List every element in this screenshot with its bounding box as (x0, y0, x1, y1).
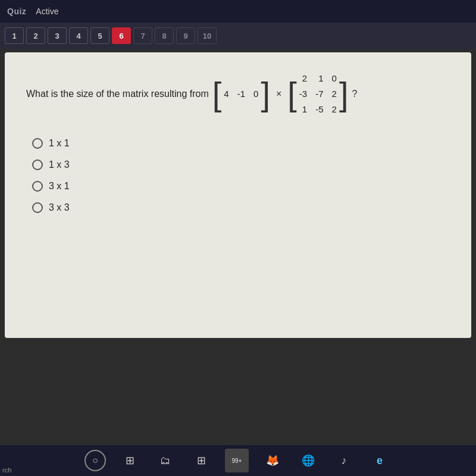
radio-3x1[interactable] (32, 181, 43, 192)
bracket-b-left: [ (287, 77, 297, 111)
matrix-a: 4 -1 0 (224, 87, 258, 101)
tab-6[interactable]: 6 (112, 27, 131, 44)
edge-icon: e (377, 455, 383, 467)
firefox-icon: 🦊 (266, 454, 279, 467)
tabs-bar: 1 2 3 4 5 6 7 8 9 10 (0, 23, 476, 49)
option-3x3[interactable]: 3 x 3 (32, 202, 450, 213)
matrix-a-container: [ 4 -1 0 ] (212, 77, 270, 111)
mb-0-1: 1 (318, 71, 323, 86)
tab-1[interactable]: 1 (5, 27, 24, 44)
mb-1-1: -7 (315, 87, 323, 101)
active-badge: Active (36, 7, 58, 16)
bracket-b-right: ] (339, 77, 349, 111)
option-1x1[interactable]: 1 x 1 (32, 138, 450, 149)
search-icon: ○ (92, 455, 98, 466)
matrix-b: 2 1 0 -3 -7 2 1 -5 2 (299, 71, 337, 117)
grid-button[interactable]: ⊞ (189, 449, 213, 472)
matrix-b-container: [ 2 1 0 -3 -7 2 1 -5 2 ] (287, 71, 348, 117)
folder-icon: 🗂 (160, 455, 171, 467)
tab-5[interactable]: 5 (90, 27, 109, 44)
folder-button[interactable]: 🗂 (154, 449, 177, 472)
taskbar: ○ ⊞ 🗂 ⊞ 99+ 🦊 🌐 ♪ e rch (0, 445, 476, 476)
option-label-3x3: 3 x 3 (49, 202, 70, 213)
mb-2-0: 1 (302, 102, 307, 117)
option-1x3[interactable]: 1 x 3 (32, 159, 450, 170)
tab-9[interactable]: 9 (176, 27, 195, 44)
snap-button[interactable]: ⊞ (118, 449, 142, 472)
bracket-a-right: ] (261, 77, 270, 111)
mb-1-0: -3 (299, 87, 307, 101)
firefox-button[interactable]: 🦊 (261, 449, 284, 472)
search-button[interactable]: ○ (84, 450, 106, 471)
badge-count: 99+ (232, 458, 242, 464)
music-icon: ♪ (342, 455, 347, 467)
option-label-1x1: 1 x 1 (49, 138, 70, 149)
rch-label: rch (2, 466, 11, 474)
mb-1-2: 2 (332, 87, 337, 101)
options-list: 1 x 1 1 x 3 3 x 1 3 x 3 (26, 138, 450, 213)
grid-icon: ⊞ (197, 454, 206, 467)
radio-1x1[interactable] (32, 138, 43, 149)
tab-8[interactable]: 8 (155, 27, 174, 44)
tab-10[interactable]: 10 (198, 27, 217, 44)
snap-icon: ⊞ (126, 454, 134, 467)
quiz-label: Quiz (7, 7, 26, 16)
mb-0-0: 2 (302, 71, 307, 86)
radio-1x3[interactable] (32, 159, 43, 170)
edge-button[interactable]: e (368, 449, 392, 472)
option-3x1[interactable]: 3 x 1 (32, 181, 450, 192)
ma-0-2: 0 (253, 87, 258, 101)
radio-3x3[interactable] (32, 202, 43, 213)
tab-2[interactable]: 2 (26, 27, 45, 44)
option-label-1x3: 1 x 3 (49, 159, 70, 170)
ma-0-1: -1 (237, 87, 245, 101)
bracket-a-left: [ (212, 77, 222, 111)
tab-4[interactable]: 4 (69, 27, 88, 44)
question-text: What is the size of the matrix resulting… (26, 71, 450, 117)
question-text-before: What is the size of the matrix resulting… (26, 86, 209, 102)
tab-7[interactable]: 7 (133, 27, 152, 44)
mb-0-2: 0 (332, 71, 337, 86)
globe-button[interactable]: 🌐 (296, 449, 320, 472)
ma-0-0: 4 (224, 87, 228, 101)
tab-3[interactable]: 3 (48, 27, 67, 44)
main-content: What is the size of the matrix resulting… (5, 52, 471, 338)
times-symbol: × (276, 86, 281, 102)
option-label-3x1: 3 x 1 (49, 181, 70, 192)
music-button[interactable]: ♪ (332, 449, 356, 472)
mb-2-2: 2 (332, 102, 337, 117)
globe-icon: 🌐 (302, 454, 315, 467)
mb-2-1: -5 (315, 102, 323, 117)
badge-button[interactable]: 99+ (225, 449, 249, 472)
top-bar: Quiz Active (0, 0, 476, 23)
question-mark: ? (352, 86, 357, 102)
